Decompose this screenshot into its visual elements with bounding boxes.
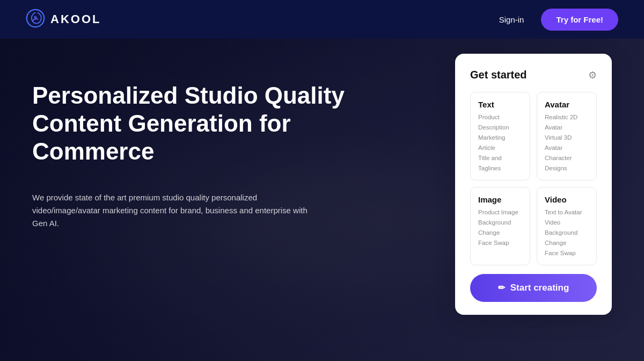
start-creating-label: Start creating <box>510 283 569 293</box>
header: AKOOL Sign-in Try for Free! <box>0 0 644 39</box>
category-text-details: Product DescriptionMarketing ArticleTitl… <box>478 112 522 174</box>
category-grid: Text Product DescriptionMarketing Articl… <box>470 92 597 265</box>
category-image-name: Image <box>478 195 522 204</box>
hero-section: Personalized Studio Quality Content Gene… <box>0 39 644 361</box>
pencil-icon: ✏ <box>498 283 505 293</box>
akool-logo-icon <box>26 9 45 30</box>
card-title: Get started <box>470 69 527 81</box>
hero-headline: Personalized Studio Quality Content Gene… <box>32 82 376 165</box>
category-avatar-details: Realistic 2D AvatarVirtual 3D AvatarChar… <box>545 112 589 174</box>
category-avatar[interactable]: Avatar Realistic 2D AvatarVirtual 3D Ava… <box>537 92 597 180</box>
category-text[interactable]: Text Product DescriptionMarketing Articl… <box>470 92 530 180</box>
category-avatar-name: Avatar <box>545 100 589 109</box>
card-header: Get started ⚙ <box>470 69 597 81</box>
sign-in-link[interactable]: Sign-in <box>499 15 524 24</box>
gear-icon[interactable]: ⚙ <box>588 69 597 81</box>
category-text-name: Text <box>478 100 522 109</box>
category-video-details: Text to Avatar VideoBackground ChangeFac… <box>545 207 589 258</box>
try-for-free-button[interactable]: Try for Free! <box>541 9 618 31</box>
hero-subtext: We provide state of the art premium stud… <box>32 191 311 230</box>
brand-name: AKOOL <box>50 12 101 26</box>
category-image[interactable]: Image Product ImageBackground ChangeFace… <box>470 187 530 265</box>
category-video[interactable]: Video Text to Avatar VideoBackground Cha… <box>537 187 597 265</box>
category-image-details: Product ImageBackground ChangeFace Swap <box>478 207 522 248</box>
category-video-name: Video <box>545 195 589 204</box>
logo-area: AKOOL <box>26 9 101 30</box>
start-creating-button[interactable]: ✏ Start creating <box>470 274 597 302</box>
hero-content: Personalized Studio Quality Content Gene… <box>32 82 376 230</box>
svg-point-1 <box>34 16 36 19</box>
get-started-card: Get started ⚙ Text Product DescriptionMa… <box>455 54 612 315</box>
nav-right: Sign-in Try for Free! <box>499 9 618 31</box>
